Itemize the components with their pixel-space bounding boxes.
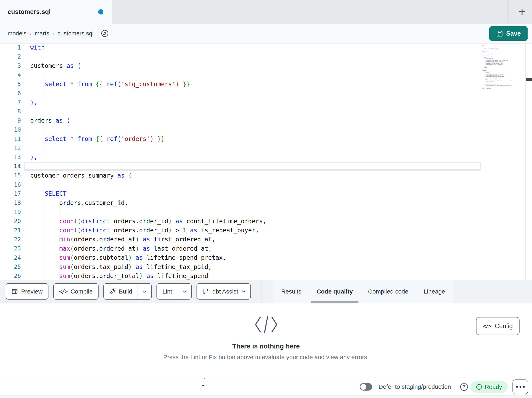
line-number: 25 xyxy=(0,263,24,270)
explore-lineage-button[interactable] xyxy=(98,27,111,40)
minimap[interactable]: withcustomers as ( select * from {{ ref(… xyxy=(482,45,525,136)
code-line[interactable]: 24 sum(orders.subtotal) as lifetime_spen… xyxy=(0,253,481,262)
more-options-button[interactable] xyxy=(513,379,528,394)
line-number: 14 xyxy=(0,163,24,170)
build-split-button[interactable]: Build xyxy=(103,283,152,300)
code-line[interactable]: 12 xyxy=(0,143,481,152)
code-line[interactable]: 3customers as ( xyxy=(0,61,481,70)
code-line[interactable]: 22 min(orders.ordered_at) as first_order… xyxy=(0,235,481,244)
tab-code-quality[interactable]: Code quality xyxy=(309,280,361,303)
toggle-knob xyxy=(361,384,366,390)
config-button[interactable]: </> Config xyxy=(476,317,519,335)
editor-header: models›marts›customers.sql Save xyxy=(0,24,532,44)
lint-dropdown-button[interactable] xyxy=(177,284,191,299)
tab-results[interactable]: Results xyxy=(273,280,309,303)
code-line[interactable]: 26 sum(orders.order_total) as lifetime_s… xyxy=(0,271,481,280)
floppy-disk-icon xyxy=(496,30,503,37)
empty-state-title: There is nothing here xyxy=(0,342,532,350)
code-icon: </> xyxy=(483,323,491,329)
breadcrumb-item[interactable]: customers.sql xyxy=(57,30,94,37)
dbt-assist-button[interactable]: dbt Assist xyxy=(196,283,251,300)
dbt-assist-dropdown[interactable] xyxy=(240,284,250,299)
code-icon: </> xyxy=(59,288,67,294)
compass-icon xyxy=(101,30,109,37)
preview-button[interactable]: Preview xyxy=(6,283,49,300)
status-bar: Defer to staging/production ? Ready xyxy=(0,378,532,395)
code-line-content xyxy=(24,107,481,116)
code-line-content xyxy=(24,180,481,189)
code-line[interactable]: 17 SELECT xyxy=(0,189,481,198)
tab-bar-empty-area xyxy=(112,0,532,24)
lint-button[interactable]: Lint xyxy=(157,284,177,299)
code-line[interactable]: 20 count(distinct orders.order_id) as co… xyxy=(0,216,481,225)
help-icon[interactable]: ? xyxy=(460,383,468,391)
code-line-content: ), xyxy=(24,153,481,162)
code-line-content xyxy=(24,89,481,98)
code-line[interactable]: 13), xyxy=(0,153,481,162)
code-line[interactable]: 19 xyxy=(0,207,481,216)
code-line[interactable]: 10 xyxy=(0,125,481,134)
save-button[interactable]: Save xyxy=(489,26,528,41)
compile-button-label: Compile xyxy=(71,288,93,295)
code-line[interactable]: 21 count(distinct orders.order_id) > 1 a… xyxy=(0,226,481,235)
code-line[interactable]: 7), xyxy=(0,98,481,107)
results-tabs: ResultsCode qualityCompiled codeLineage xyxy=(273,280,453,303)
dbt-assist-label: dbt Assist xyxy=(212,288,238,295)
line-number: 5 xyxy=(0,80,24,87)
code-line[interactable]: 6 xyxy=(0,89,481,98)
code-line[interactable]: 8 xyxy=(0,107,481,116)
file-tab-customers-sql[interactable]: customers.sql xyxy=(0,0,112,24)
unsaved-changes-dot-icon xyxy=(98,9,103,14)
code-line-content: select * from {{ ref('orders') }} xyxy=(24,134,481,143)
code-line[interactable]: 14 xyxy=(0,162,481,171)
line-number: 24 xyxy=(0,254,24,261)
scrollbar-thumb[interactable] xyxy=(526,78,532,81)
code-editor[interactable]: 1with23customers as (45 select * from {{… xyxy=(0,44,532,280)
code-line-content: max(orders.ordered_at) as last_ordered_a… xyxy=(24,244,481,253)
code-line-content xyxy=(24,70,481,79)
code-line[interactable]: 16 xyxy=(0,180,481,189)
code-line[interactable]: 11 select * from {{ ref('orders') }} xyxy=(0,134,481,143)
code-line-content: count(distinct orders.order_id) > 1 as i… xyxy=(24,226,481,235)
code-line[interactable]: 5 select * from {{ ref('stg_customers') … xyxy=(0,79,481,89)
line-number: 9 xyxy=(0,117,24,124)
bottom-strip xyxy=(0,395,532,398)
line-number: 2 xyxy=(0,53,24,60)
code-line-content xyxy=(24,162,481,171)
code-line[interactable]: 15customer_orders_summary as ( xyxy=(0,171,481,180)
build-dropdown-button[interactable] xyxy=(138,284,151,299)
compile-button[interactable]: </> Compile xyxy=(53,283,99,300)
breadcrumb-item[interactable]: models xyxy=(8,30,26,37)
line-number: 1 xyxy=(0,44,24,51)
build-button-label: Build xyxy=(119,288,132,295)
tab-compiled-code[interactable]: Compiled code xyxy=(361,280,416,303)
code-line[interactable]: 25 sum(orders.tax_paid) as lifetime_tax_… xyxy=(0,262,481,271)
code-line[interactable]: 23 max(orders.ordered_at) as last_ordere… xyxy=(0,244,481,253)
code-line[interactable]: 1with xyxy=(0,44,481,52)
code-line[interactable]: 4 xyxy=(0,70,481,79)
editor-toolbar: Preview </> Compile Build xyxy=(0,280,532,303)
code-line-content xyxy=(24,125,481,134)
line-number: 6 xyxy=(0,90,24,97)
code-line-content xyxy=(24,52,481,61)
line-number: 10 xyxy=(0,126,24,133)
breadcrumb-item[interactable]: marts xyxy=(35,30,50,37)
line-number: 7 xyxy=(0,99,24,106)
code-line-content: with xyxy=(24,44,481,52)
code-line-content xyxy=(24,207,481,216)
lint-split-button[interactable]: Lint xyxy=(157,283,191,300)
results-panel: There is nothing here Press the Lint or … xyxy=(0,303,532,378)
line-number: 22 xyxy=(0,236,24,243)
code-line-content: count(distinct orders.order_id) as count… xyxy=(24,216,481,225)
new-tab-button[interactable]: + xyxy=(512,0,532,23)
code-line[interactable]: 2 xyxy=(0,52,481,61)
tab-lineage[interactable]: Lineage xyxy=(416,280,453,303)
toolbar-buttons: Preview </> Compile Build xyxy=(6,283,251,300)
line-number: 15 xyxy=(0,172,24,179)
code-line[interactable]: 9orders as ( xyxy=(0,116,481,125)
save-button-label: Save xyxy=(506,30,521,37)
code-line[interactable]: 18 orders.customer_id, xyxy=(0,198,481,207)
defer-toggle[interactable] xyxy=(360,383,372,391)
build-button[interactable]: Build xyxy=(104,284,138,299)
breadcrumb: models›marts›customers.sql xyxy=(8,24,94,44)
